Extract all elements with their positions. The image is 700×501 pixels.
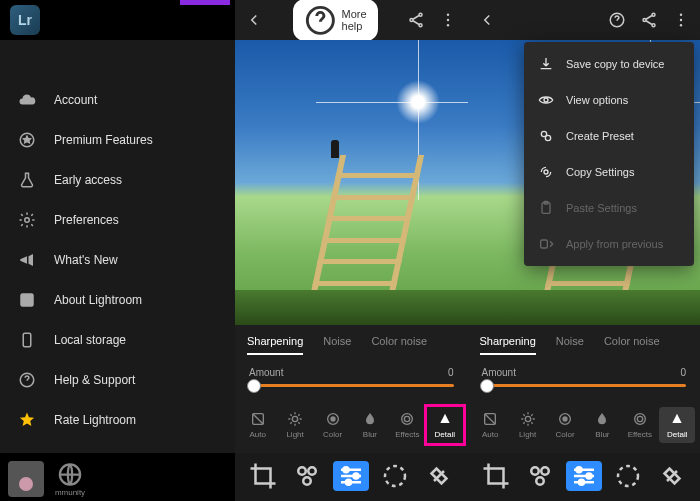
more-help-label: More help [342,8,368,32]
view-options-icon [538,92,554,108]
svg-point-29 [652,24,655,27]
svg-point-28 [643,19,646,22]
tab-noise[interactable]: Noise [556,335,584,355]
tool-detail[interactable]: Detail [427,407,463,443]
mode-row [468,453,701,501]
editor-topbar [468,0,701,40]
blur-icon [361,411,379,427]
menu-early-access[interactable]: Early access [0,160,235,200]
menu-account[interactable]: Account [0,80,235,120]
mode-presets[interactable] [522,461,558,491]
svg-rect-3 [23,333,31,347]
tool-effects[interactable]: Effects [622,407,658,443]
amount-slider[interactable] [482,384,687,387]
svg-point-23 [354,474,359,479]
lr-logo: Lr [10,5,40,35]
amount-slider[interactable] [249,384,454,387]
tool-blur[interactable]: Blur [584,407,620,443]
mode-edit[interactable] [333,461,369,491]
dd-view-options[interactable]: View options [524,82,694,118]
back-icon[interactable] [245,11,263,29]
cloud-icon [18,91,36,109]
mode-crop[interactable] [245,461,281,491]
tool-light[interactable]: Light [277,407,313,443]
mode-mask[interactable] [610,461,646,491]
menu-rate[interactable]: Rate Lightroom [0,400,235,440]
help-icon[interactable] [608,11,626,29]
auto-icon [481,411,499,427]
svg-point-21 [304,477,312,485]
menu-label: Help & Support [54,373,135,387]
svg-point-42 [576,467,581,472]
sidebar-panel: Lr Account Premium Features Early access… [0,0,235,501]
svg-point-32 [680,24,682,26]
svg-point-39 [531,467,539,475]
editor-panel-right: Sharpening Noise Color noise Amount0 Aut… [468,0,701,501]
slider-thumb[interactable] [480,379,494,393]
kebab-icon[interactable] [439,11,457,29]
slider-thumb[interactable] [247,379,261,393]
svg-point-11 [447,19,449,21]
tool-row: Auto Light Color Blur Effects Detail [235,397,468,453]
tool-blur[interactable]: Blur [352,407,388,443]
menu-preferences[interactable]: Preferences [0,200,235,240]
effects-icon [398,411,416,427]
amount-slider-row: Amount0 [468,361,701,397]
detail-tabs: Sharpening Noise Color noise [235,325,468,361]
svg-point-41 [536,477,544,485]
menu-label: Premium Features [54,133,153,147]
svg-point-40 [541,467,549,475]
dd-apply-previous: Apply from previous [524,226,694,262]
dd-save-copy[interactable]: Save copy to device [524,46,694,82]
download-icon [538,56,554,72]
preset-icon [538,128,554,144]
tool-auto[interactable]: Auto [240,407,276,443]
photo-preview[interactable] [235,40,468,325]
tab-sharpening[interactable]: Sharpening [480,335,536,355]
star-filled-icon [18,411,36,429]
avatar[interactable] [8,461,44,497]
svg-rect-52 [541,240,548,248]
svg-point-14 [292,416,297,421]
menu-premium[interactable]: Premium Features [0,120,235,160]
dd-copy-settings[interactable]: Copy Settings [524,154,694,190]
mode-crop[interactable] [478,461,514,491]
tool-color[interactable]: Color [547,407,583,443]
tool-color[interactable]: Color [315,407,351,443]
tool-light[interactable]: Light [510,407,546,443]
mode-mask[interactable] [377,461,413,491]
menu-label: What's New [54,253,118,267]
community-button[interactable]: mmunity [52,461,88,497]
dd-create-preset[interactable]: Create Preset [524,118,694,154]
more-help-button[interactable]: More help [293,0,378,41]
tool-effects[interactable]: Effects [389,407,425,443]
menu-help[interactable]: Help & Support [0,360,235,400]
mode-heal[interactable] [654,461,690,491]
tab-color-noise[interactable]: Color noise [604,335,660,355]
svg-point-34 [525,416,530,421]
share-icon[interactable] [640,11,658,29]
logo-bar: Lr [0,0,235,40]
tool-auto[interactable]: Auto [472,407,508,443]
svg-point-46 [544,98,548,102]
share-icon[interactable] [407,11,425,29]
back-icon[interactable] [478,11,496,29]
bottom-bar: mmunity [0,453,235,501]
svg-point-20 [309,467,317,475]
mode-presets[interactable] [289,461,325,491]
kebab-icon[interactable] [672,11,690,29]
mode-edit[interactable] [566,461,602,491]
accent-bar [180,0,230,5]
tool-detail[interactable]: Detail [659,407,695,443]
blur-icon [593,411,611,427]
tab-color-noise[interactable]: Color noise [371,335,427,355]
gear-icon [18,211,36,229]
menu-label: Local storage [54,333,126,347]
menu-whats-new[interactable]: What's New [0,240,235,280]
menu-local-storage[interactable]: Local storage [0,320,235,360]
menu-about[interactable]: About Lightroom [0,280,235,320]
copy-settings-icon [538,164,554,180]
mode-heal[interactable] [421,461,457,491]
tab-sharpening[interactable]: Sharpening [247,335,303,355]
tab-noise[interactable]: Noise [323,335,351,355]
